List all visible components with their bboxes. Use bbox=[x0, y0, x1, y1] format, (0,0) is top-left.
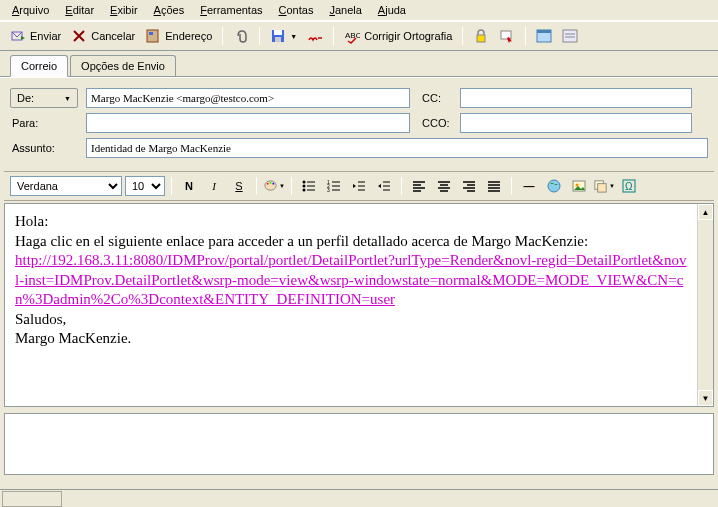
compose-tabs: Correio Opções de Envio bbox=[0, 51, 718, 77]
number-list-icon: 123 bbox=[326, 178, 342, 194]
cancel-icon bbox=[71, 28, 87, 44]
indent-button[interactable] bbox=[373, 176, 395, 196]
cancel-label: Cancelar bbox=[91, 30, 135, 42]
link-button[interactable] bbox=[543, 176, 565, 196]
fontcolor-button[interactable]: ▼ bbox=[263, 176, 285, 196]
from-selector[interactable]: De: ▼ bbox=[10, 88, 78, 108]
fontsize-selector[interactable]: 10 bbox=[125, 176, 165, 196]
spellcheck-button[interactable]: ABC Corrigir Ortografia bbox=[340, 26, 456, 46]
html-view-icon bbox=[536, 28, 552, 44]
align-justify-icon bbox=[486, 178, 502, 194]
italic-button[interactable]: I bbox=[203, 176, 225, 196]
dropdown-arrow-icon: ▼ bbox=[290, 33, 297, 40]
bullets-button[interactable] bbox=[298, 176, 320, 196]
tab-opcoes-envio[interactable]: Opções de Envio bbox=[70, 55, 176, 76]
menu-ajuda[interactable]: Ajuda bbox=[370, 2, 414, 18]
send-button[interactable]: Enviar bbox=[6, 26, 65, 46]
bgcolor-button[interactable]: ▼ bbox=[593, 176, 615, 196]
bcc-field[interactable] bbox=[460, 113, 692, 133]
svg-text:ABC: ABC bbox=[345, 31, 360, 40]
menu-ferramentas[interactable]: Ferramentas bbox=[192, 2, 270, 18]
address-button[interactable]: Endereço bbox=[141, 26, 216, 46]
palette-icon bbox=[263, 178, 278, 194]
separator bbox=[259, 27, 260, 45]
background-icon bbox=[593, 178, 608, 194]
encrypt-button[interactable] bbox=[469, 26, 493, 46]
separator bbox=[222, 27, 223, 45]
attach-button[interactable] bbox=[229, 26, 253, 46]
cc-label: CC: bbox=[418, 92, 452, 104]
paperclip-icon bbox=[233, 28, 249, 44]
align-center-button[interactable] bbox=[433, 176, 455, 196]
menu-contas[interactable]: Contas bbox=[271, 2, 322, 18]
bold-button[interactable]: N bbox=[178, 176, 200, 196]
svg-point-20 bbox=[303, 181, 306, 184]
menu-editar[interactable]: Editar bbox=[57, 2, 102, 18]
to-field[interactable] bbox=[86, 113, 410, 133]
align-right-button[interactable] bbox=[458, 176, 480, 196]
send-icon bbox=[10, 28, 26, 44]
from-field[interactable] bbox=[86, 88, 410, 108]
cancel-button[interactable]: Cancelar bbox=[67, 26, 139, 46]
hr-button[interactable]: — bbox=[518, 176, 540, 196]
message-header: De: ▼ CC: Para: CCO: Assunto: bbox=[0, 77, 718, 169]
picture-icon bbox=[571, 178, 587, 194]
globe-link-icon bbox=[546, 178, 562, 194]
separator bbox=[462, 27, 463, 45]
disk-icon bbox=[270, 28, 286, 44]
dropdown-arrow-icon: ▼ bbox=[609, 183, 615, 189]
menu-acoes[interactable]: Ações bbox=[146, 2, 193, 18]
bcc-label: CCO: bbox=[418, 117, 452, 129]
main-toolbar: Enviar Cancelar Endereço ▼ ABC Corrigir … bbox=[0, 21, 718, 51]
sign-button[interactable] bbox=[495, 26, 519, 46]
separator bbox=[256, 177, 257, 195]
menubar: Arquivo Editar Exibir Ações Ferramentas … bbox=[0, 0, 718, 21]
view2-button[interactable] bbox=[558, 26, 582, 46]
svg-point-17 bbox=[267, 183, 269, 185]
svg-rect-58 bbox=[598, 184, 606, 192]
dropdown-arrow-icon: ▼ bbox=[279, 183, 285, 189]
separator bbox=[401, 177, 402, 195]
outdent-button[interactable] bbox=[348, 176, 370, 196]
menu-exibir[interactable]: Exibir bbox=[102, 2, 146, 18]
separator bbox=[525, 27, 526, 45]
numbers-button[interactable]: 123 bbox=[323, 176, 345, 196]
signature-button[interactable] bbox=[303, 26, 327, 46]
menu-arquivo[interactable]: Arquivo bbox=[4, 2, 57, 18]
body-link[interactable]: http://192.168.3.11:8080/IDMProv/portal/… bbox=[15, 252, 686, 307]
hr-icon: — bbox=[524, 180, 535, 192]
body-intro: Haga clic en el siguiente enlace para ac… bbox=[15, 232, 687, 252]
view1-button[interactable] bbox=[532, 26, 556, 46]
body-signature: Margo MacKenzie. bbox=[15, 329, 687, 349]
outdent-icon bbox=[351, 178, 367, 194]
cc-field[interactable] bbox=[460, 88, 692, 108]
from-label: De: bbox=[17, 92, 34, 104]
image-button[interactable] bbox=[568, 176, 590, 196]
save-button[interactable]: ▼ bbox=[266, 26, 301, 46]
svg-text:3: 3 bbox=[327, 187, 330, 193]
svg-rect-2 bbox=[149, 32, 153, 35]
attachment-pane[interactable] bbox=[4, 413, 714, 475]
separator bbox=[171, 177, 172, 195]
subject-field[interactable] bbox=[86, 138, 708, 158]
scroll-up-button[interactable]: ▲ bbox=[698, 204, 713, 220]
underline-button[interactable]: S bbox=[228, 176, 250, 196]
body-greeting: Hola: bbox=[15, 212, 687, 232]
separator bbox=[333, 27, 334, 45]
menu-janela[interactable]: Janela bbox=[321, 2, 369, 18]
align-justify-button[interactable] bbox=[483, 176, 505, 196]
address-label: Endereço bbox=[165, 30, 212, 42]
svg-rect-10 bbox=[501, 31, 511, 39]
subject-label: Assunto: bbox=[10, 142, 78, 154]
font-selector[interactable]: Verdana bbox=[10, 176, 122, 196]
tab-correio[interactable]: Correio bbox=[10, 55, 68, 77]
symbol-button[interactable]: Ω bbox=[618, 176, 640, 196]
vertical-scrollbar[interactable]: ▲ ▼ bbox=[697, 204, 713, 406]
message-body[interactable]: Hola: Haga clic en el siguiente enlace p… bbox=[5, 204, 697, 406]
separator bbox=[511, 177, 512, 195]
lock-icon bbox=[473, 28, 489, 44]
scroll-down-button[interactable]: ▼ bbox=[698, 390, 713, 406]
align-left-button[interactable] bbox=[408, 176, 430, 196]
align-center-icon bbox=[436, 178, 452, 194]
spellcheck-icon: ABC bbox=[344, 28, 360, 44]
